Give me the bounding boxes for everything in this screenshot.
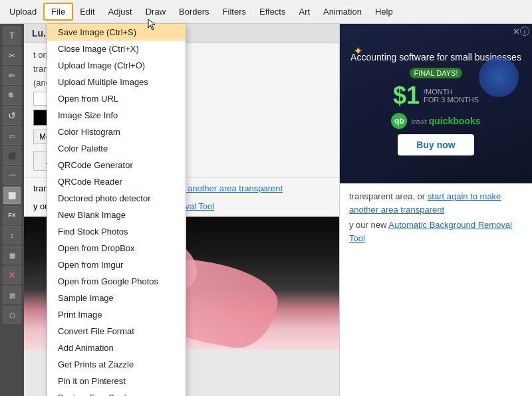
ad-badge: FINAL DAYS! (410, 68, 462, 78)
left-toolbar: T ✂ ✏ 🔍 ↺ ▭ ⬛ 〰 ⬜ FX ↕ ▦ ✕ ▤ ⬡ (0, 24, 24, 396)
menu-item-add-animation[interactable]: Add Animation (47, 340, 186, 356)
shape-tool-btn[interactable]: ⬛ (3, 146, 21, 165)
file-dropdown: Save Image (Ctrl+S) Close Image (Ctrl+X)… (47, 23, 186, 396)
menu-adjust[interactable]: Adjust (102, 4, 139, 19)
menu-help[interactable]: Help (368, 4, 400, 19)
ad-price-container: $1 /MONTHFOR 3 MONTHS (393, 84, 479, 108)
menu-item-pin-pinterest[interactable]: Pin it on Pinterest (47, 373, 186, 389)
menu-item-get-prints[interactable]: Get Prints at Zazzle (47, 356, 186, 373)
menu-item-upload-image[interactable]: Upload Image (Ctrl+O) (47, 57, 186, 74)
ad-buy-button[interactable]: Buy now (398, 134, 473, 155)
menu-item-open-imgur[interactable]: Open from Imgur (47, 256, 186, 273)
flip-tool-btn[interactable]: ↕ (3, 226, 21, 245)
text-tool-btn[interactable]: T (3, 27, 21, 45)
ad-star-deco: ✦ (353, 44, 363, 58)
menu-item-sample-image[interactable]: Sample Image (47, 290, 186, 306)
scissors-tool-btn[interactable]: ✂ (3, 47, 21, 65)
ad-panel: ✕ i Accounting software for small busine… (339, 24, 532, 396)
menu-draw[interactable]: Draw (139, 4, 172, 19)
menu-filters[interactable]: Filters (216, 4, 253, 19)
menu-item-find-stock[interactable]: Find Stock Photos (47, 223, 186, 240)
menubar: Upload File Edit Adjust Draw Borders Fil… (0, 0, 532, 24)
fx-tool-btn[interactable]: FX (3, 206, 21, 225)
hex-tool-btn[interactable]: ⬡ (3, 306, 21, 324)
ad-logo-text: intuit quickbooks (411, 116, 480, 126)
menu-edit[interactable]: Edit (73, 4, 101, 19)
zoom-tool-btn[interactable]: 🔍 (3, 86, 21, 105)
menu-item-open-dropbox[interactable]: Open from DropBox (47, 240, 186, 256)
menu-item-qrcode-reader[interactable]: QRCode Reader (47, 173, 186, 190)
menu-item-upload-multiple[interactable]: Upload Multiple Images (47, 74, 186, 90)
ad-bottom-text: transparent area, or start again to make… (349, 190, 523, 216)
menu-item-save-image[interactable]: Save Image (Ctrl+S) (47, 24, 186, 41)
ad-bottom-text-2-prefix: y our new (349, 220, 388, 230)
menu-animation[interactable]: Animation (317, 4, 368, 19)
ad-logo-row: qb intuit quickbooks (391, 113, 480, 129)
menu-item-color-histogram[interactable]: Color Histogram (47, 124, 186, 140)
ad-info-btn[interactable]: i (520, 27, 529, 36)
ad-panel-bottom: transparent area, or start again to make… (340, 183, 532, 251)
menu-item-doctored-photo[interactable]: Doctored photo detector (47, 190, 186, 207)
menu-item-convert-format[interactable]: Convert File Format (47, 323, 186, 340)
menu-item-color-palette[interactable]: Color Palette (47, 140, 186, 157)
menu-item-image-size[interactable]: Image Size Info (47, 107, 186, 124)
menu-item-open-url[interactable]: Open from URL (47, 90, 186, 107)
menu-effects[interactable]: Effects (253, 4, 293, 19)
quickbooks-text: quickbooks (429, 116, 481, 126)
menu-item-qrcode-generator[interactable]: QRCode Generator (47, 157, 186, 173)
ad-bottom-text-content: transparent area, or (349, 191, 428, 201)
ad-bottom-text-2: y our new Automatic Background Removal T… (349, 219, 523, 245)
menu-item-close-image[interactable]: Close Image (Ctrl+X) (47, 41, 186, 57)
menu-item-post-facebook[interactable]: Post on FaceBook (47, 389, 186, 396)
select-tool-btn[interactable]: ⬜ (3, 186, 21, 205)
pencil-tool-btn[interactable]: ✏ (3, 66, 21, 85)
menu-item-new-blank[interactable]: New Blank Image (47, 207, 186, 223)
or-text: t or (33, 50, 46, 60)
menu-borders[interactable]: Borders (172, 4, 216, 19)
ad-close-btn[interactable]: ✕ (513, 27, 520, 37)
layer-tool-btn[interactable]: ▤ (3, 286, 21, 304)
menu-item-open-google-photos[interactable]: Open from Google Photos (47, 273, 186, 290)
ad-circle-deco (479, 57, 519, 97)
intuit-text: intuit (411, 118, 428, 126)
crop-tool-btn[interactable]: ▭ (3, 126, 21, 145)
ad-content-area: ✕ i Accounting software for small busine… (340, 24, 532, 183)
menu-item-print-image[interactable]: Print Image (47, 306, 186, 323)
menu-art[interactable]: Art (292, 4, 317, 19)
menu-file[interactable]: File (43, 3, 73, 21)
menu-upload[interactable]: Upload (3, 4, 43, 19)
ad-price-sub: /MONTHFOR 3 MONTHS (424, 88, 479, 104)
ad-price: $1 (393, 84, 420, 108)
rotate-tool-btn[interactable]: ↺ (3, 106, 21, 125)
close-tool-btn[interactable]: ✕ (3, 266, 21, 284)
qb-logo-letter: qb (394, 116, 404, 126)
qb-logo-circle: qb (391, 113, 407, 129)
grid-tool-btn[interactable]: ▦ (3, 246, 21, 264)
curve-tool-btn[interactable]: 〰 (3, 166, 21, 185)
